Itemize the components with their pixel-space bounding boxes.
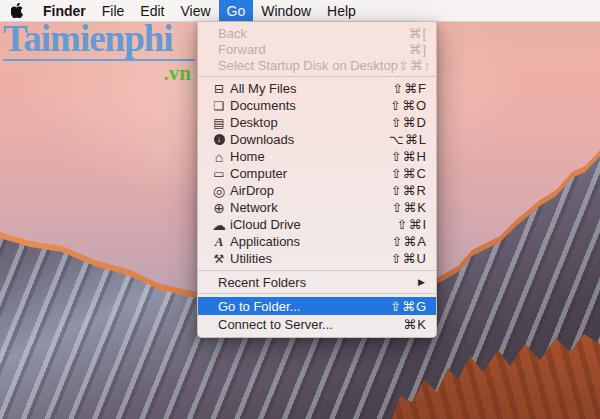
menu-item-label: Connect to Server... — [218, 317, 333, 332]
menu-item-forward: Forward⌘] — [198, 41, 436, 57]
menu-item-all-my-files[interactable]: ⊟All My Files⇧⌘F — [198, 80, 436, 97]
menu-item-label: Computer — [230, 166, 287, 181]
apple-menu[interactable] — [0, 0, 35, 21]
all-my-files-icon: ⊟ — [211, 82, 227, 96]
menu-item-shortcut: ⇧⌘K — [391, 200, 427, 215]
menu-item-label: Network — [230, 200, 278, 215]
menu-item-home[interactable]: ⌂Home⇧⌘H — [198, 148, 436, 165]
menu-item-label: Go to Folder... — [218, 299, 300, 314]
menu-item-airdrop[interactable]: ◎AirDrop⇧⌘R — [198, 182, 436, 199]
menu-item-select-startup-disk-on-desktop: Select Startup Disk on Desktop⇧⌘↑ — [198, 57, 436, 73]
menu-item-shortcut: ⌘] — [408, 42, 427, 57]
menu-separator — [198, 293, 436, 294]
menu-section-actions: Go to Folder...⇧⌘GConnect to Server...⌘K — [198, 297, 436, 333]
menu-item-label: Documents — [230, 98, 296, 113]
menu-section-recent: Recent Folders▶ — [198, 274, 436, 290]
submenu-arrow-icon: ▶ — [418, 277, 427, 287]
menu-item-utilities[interactable]: ⚒Utilities⇧⌘U — [198, 250, 436, 267]
menu-item-label: Recent Folders — [218, 275, 306, 290]
menu-item-label: Utilities — [230, 251, 272, 266]
menu-item-back: Back⌘[ — [198, 25, 436, 41]
menubar-item-view[interactable]: View — [172, 0, 218, 21]
menu-item-shortcut: ⇧⌘D — [391, 115, 427, 130]
menubar-item-finder[interactable]: Finder — [35, 0, 94, 21]
menubar-item-go[interactable]: Go — [219, 0, 254, 21]
menu-item-label: AirDrop — [230, 183, 274, 198]
menu-item-shortcut: ⇧⌘I — [396, 217, 427, 232]
menu-item-shortcut: ⌘K — [403, 317, 427, 332]
watermark-suffix: .vn — [3, 61, 195, 86]
menu-item-label: iCloud Drive — [230, 217, 301, 232]
apple-logo-icon — [11, 3, 24, 18]
menu-item-documents[interactable]: ❏Documents⇧⌘O — [198, 97, 436, 114]
utilities-icon: ⚒ — [211, 252, 227, 266]
menu-item-recent-folders[interactable]: Recent Folders▶ — [198, 274, 436, 290]
menubar-item-window[interactable]: Window — [253, 0, 319, 21]
menu-item-go-to-folder[interactable]: Go to Folder...⇧⌘G — [198, 297, 436, 315]
documents-icon: ❏ — [211, 99, 227, 113]
menu-item-downloads[interactable]: ↓Downloads⌥⌘L — [198, 131, 436, 148]
menu-separator — [198, 76, 436, 77]
menu-item-connect-to-server[interactable]: Connect to Server...⌘K — [198, 315, 436, 333]
menu-item-shortcut: ⇧⌘U — [391, 251, 427, 266]
menu-item-label: Desktop — [230, 115, 278, 130]
menu-item-desktop[interactable]: ▤Desktop⇧⌘D — [198, 114, 436, 131]
menu-item-label: Back — [218, 26, 247, 41]
menu-section-history: Back⌘[Forward⌘]Select Startup Disk on De… — [198, 25, 436, 73]
menu-section-places: ⊟All My Files⇧⌘F❏Documents⇧⌘O▤Desktop⇧⌘D… — [198, 80, 436, 267]
icloud-drive-icon: ☁ — [211, 217, 227, 233]
menu-item-shortcut: ⇧⌘G — [390, 299, 427, 314]
watermark-title: Taimienphi — [3, 20, 195, 61]
menu-item-network[interactable]: ⊕Network⇧⌘K — [198, 199, 436, 216]
menu-item-label: Forward — [218, 42, 266, 57]
menubar-item-help[interactable]: Help — [319, 0, 364, 21]
menu-item-shortcut: ⇧⌘O — [390, 98, 427, 113]
menu-separator — [198, 270, 436, 271]
watermark: Taimienphi .vn — [3, 20, 195, 86]
menu-item-icloud-drive[interactable]: ☁iCloud Drive⇧⌘I — [198, 216, 436, 233]
menu-item-computer[interactable]: ▭Computer⇧⌘C — [198, 165, 436, 182]
desktop: Taimienphi .vn FinderFileEditViewGoWindo… — [0, 0, 600, 419]
home-icon: ⌂ — [211, 149, 227, 165]
menubar-item-edit[interactable]: Edit — [132, 0, 172, 21]
menu-item-shortcut: ⇧⌘F — [392, 81, 427, 96]
computer-icon: ▭ — [211, 167, 227, 181]
menu-item-shortcut: ⇧⌘H — [391, 149, 427, 164]
menubar: FinderFileEditViewGoWindowHelp — [0, 0, 600, 22]
downloads-icon: ↓ — [211, 134, 227, 145]
menubar-item-file[interactable]: File — [94, 0, 133, 21]
menu-item-label: Home — [230, 149, 265, 164]
menu-item-applications[interactable]: AApplications⇧⌘A — [198, 233, 436, 250]
menu-item-label: All My Files — [230, 81, 296, 96]
menu-item-shortcut: ⇧⌘C — [391, 166, 427, 181]
menu-item-shortcut: ⇧⌘A — [391, 234, 427, 249]
menu-item-shortcut: ⌘[ — [408, 26, 427, 41]
menu-item-shortcut: ⌥⌘L — [389, 132, 427, 147]
menu-item-label: Select Startup Disk on Desktop — [218, 58, 398, 73]
desktop-icon: ▤ — [211, 116, 227, 130]
menu-item-label: Applications — [230, 234, 300, 249]
airdrop-icon: ◎ — [211, 183, 227, 199]
menu-item-label: Downloads — [230, 132, 294, 147]
applications-icon: A — [211, 234, 227, 250]
menu-item-shortcut: ⇧⌘R — [391, 183, 427, 198]
menu-item-shortcut: ⇧⌘↑ — [398, 58, 431, 73]
go-menu-panel: Back⌘[Forward⌘]Select Startup Disk on De… — [197, 22, 437, 338]
network-icon: ⊕ — [211, 200, 227, 216]
